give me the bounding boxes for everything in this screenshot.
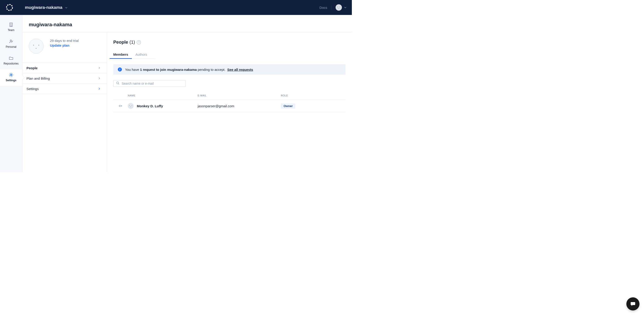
settings-nav-people[interactable]: People xyxy=(22,63,107,73)
chevron-down-icon xyxy=(65,5,68,10)
table-header: NAME E-MAIL ROLE xyxy=(113,94,346,100)
col-name: NAME xyxy=(128,94,198,97)
app-logo[interactable] xyxy=(6,4,14,12)
banner-prefix: You have xyxy=(125,68,140,72)
svg-rect-6 xyxy=(11,25,12,27)
sidebar-label: Team xyxy=(8,29,14,32)
role-badge: Owner xyxy=(281,103,295,109)
nav-label: People xyxy=(26,66,38,70)
user-menu[interactable] xyxy=(336,4,346,11)
people-table: NAME E-MAIL ROLE Monkey D. Luffy xyxy=(113,94,346,112)
chevron-down-icon xyxy=(344,6,346,10)
member-name: Monkey D. Luffy xyxy=(137,104,163,108)
chevron-right-icon xyxy=(98,77,100,80)
sidebar-item-personal[interactable]: Personal xyxy=(0,36,22,53)
member-email: jasonparser@gmail.com xyxy=(198,104,281,108)
tab-members[interactable]: Members xyxy=(113,50,128,59)
heading-label: People xyxy=(113,40,128,45)
org-name: mugiwara-nakama xyxy=(25,5,62,10)
svg-rect-3 xyxy=(11,24,12,24)
user-avatar xyxy=(336,4,342,11)
info-icon: i xyxy=(118,68,122,72)
table-row: Monkey D. Luffy jasonparser@gmail.com Ow… xyxy=(113,100,346,112)
svg-rect-4 xyxy=(10,25,11,25)
trial-status: 29 days to end trial xyxy=(50,39,79,43)
member-role-cell: Owner xyxy=(281,103,346,109)
settings-nav: People Plan and Billing Settings xyxy=(22,63,107,94)
nav-label: Plan and Billing xyxy=(26,77,50,80)
org-avatar xyxy=(29,39,44,54)
svg-rect-5 xyxy=(11,25,12,25)
search-box[interactable] xyxy=(113,80,186,87)
sidebar-label: Personal xyxy=(6,45,16,49)
gear-icon xyxy=(8,72,14,77)
sidebar: Team Personal Repositories Settings xyxy=(0,15,22,172)
chevron-right-icon xyxy=(98,87,100,91)
building-icon xyxy=(8,22,14,27)
col-role: ROLE xyxy=(281,94,346,97)
sidebar-item-repositories[interactable]: Repositories xyxy=(0,53,22,69)
heading-count: (1) xyxy=(130,40,135,45)
nav-label: Settings xyxy=(26,87,39,91)
sidebar-item-team[interactable]: Team xyxy=(0,19,22,36)
svg-point-8 xyxy=(117,82,119,84)
pending-requests-banner: i You have 1 request to join mugiwara-na… xyxy=(113,64,346,75)
sidebar-label: Repositories xyxy=(4,62,19,65)
help-icon[interactable]: ? xyxy=(137,40,141,44)
svg-line-9 xyxy=(118,84,120,85)
svg-rect-2 xyxy=(10,24,11,24)
people-section: People (1) ? Members Authors i You have … xyxy=(107,32,352,172)
svg-point-0 xyxy=(6,5,12,11)
logo-icon xyxy=(6,4,13,11)
sidebar-label: Settings xyxy=(6,79,16,82)
tab-authors[interactable]: Authors xyxy=(136,50,147,59)
settings-nav-billing[interactable]: Plan and Billing xyxy=(22,73,107,84)
banner-suffix: pending to accept. xyxy=(197,68,226,72)
divider xyxy=(331,5,332,10)
person-icon xyxy=(8,39,14,44)
row-action-icon[interactable] xyxy=(113,104,128,108)
update-plan-link[interactable]: Update plan xyxy=(50,44,79,47)
sidebar-item-settings[interactable]: Settings xyxy=(0,69,22,86)
search-icon xyxy=(116,82,120,86)
chevron-right-icon xyxy=(98,67,100,70)
member-name-cell: Monkey D. Luffy xyxy=(128,103,198,109)
topbar: mugiwara-nakama Docs xyxy=(0,0,352,15)
banner-bold: 1 request to join mugiwara-nakama xyxy=(140,68,197,72)
people-tabs: Members Authors xyxy=(113,50,155,59)
main-content: mugiwara-nakama 29 days to end trial Upd… xyxy=(22,15,352,172)
search-input[interactable] xyxy=(122,82,183,85)
folder-icon xyxy=(8,56,14,61)
settings-panel: 29 days to end trial Update plan People … xyxy=(22,32,107,172)
page-title: mugiwara-nakama xyxy=(29,22,346,28)
people-heading: People (1) ? xyxy=(113,40,346,45)
svg-point-7 xyxy=(10,40,12,41)
see-all-requests-link[interactable]: See all requests xyxy=(227,68,253,72)
page-header: mugiwara-nakama xyxy=(22,15,352,32)
org-switcher[interactable]: mugiwara-nakama xyxy=(25,5,68,10)
member-avatar xyxy=(128,103,134,109)
org-card: 29 days to end trial Update plan xyxy=(22,39,107,63)
settings-nav-settings[interactable]: Settings xyxy=(22,84,107,94)
col-email: E-MAIL xyxy=(198,94,281,97)
docs-link[interactable]: Docs xyxy=(320,6,327,10)
